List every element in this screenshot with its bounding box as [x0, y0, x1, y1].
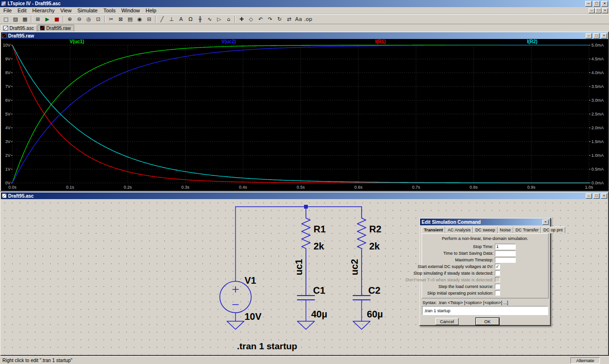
- waveform-close-button[interactable]: ×: [601, 33, 607, 38]
- label-r2-value[interactable]: 2k: [369, 241, 380, 251]
- menu-file[interactable]: File: [0, 8, 15, 13]
- schematic-minimize-button[interactable]: –: [586, 193, 592, 199]
- toolbar-zoom-full-extents-button[interactable]: ◎: [84, 15, 93, 23]
- toolbar-open-file-button[interactable]: ▨: [11, 15, 20, 23]
- dialog-tab-dc-op-pnt[interactable]: DC op pnt: [541, 227, 565, 233]
- trace-label-V(uc1)[interactable]: V(uc1): [69, 39, 84, 44]
- toolbar-control-panel-button[interactable]: ⊞: [33, 15, 42, 23]
- trace-label-I(R2)[interactable]: I(R2): [527, 39, 537, 44]
- dialog-tab-transient[interactable]: Transient: [422, 227, 445, 233]
- trace-label-I(R1)[interactable]: I(R1): [375, 39, 385, 44]
- label-v1-name[interactable]: V1: [245, 275, 256, 286]
- toolbar-run-simulation-button[interactable]: ▶: [43, 15, 52, 23]
- toolbar-drag-button[interactable]: ◇: [246, 15, 255, 23]
- net-label-uc2[interactable]: uc2: [349, 259, 360, 275]
- trace-label-V(uc2)[interactable]: V(uc2): [221, 39, 236, 44]
- close-button[interactable]: ×: [601, 1, 608, 7]
- toolbar-autorange-button[interactable]: ⊡: [94, 15, 103, 23]
- titlebar[interactable]: LTspice IV - Draft95.asc – □ ×: [0, 0, 609, 7]
- tab-label: Draft95.asc: [10, 26, 34, 31]
- toolbar-save-button[interactable]: ▦: [20, 15, 29, 23]
- menu-edit[interactable]: Edit: [15, 8, 29, 13]
- dialog-tab-ac-analysis[interactable]: AC Analysis: [445, 227, 473, 233]
- toolbar-inductor-button[interactable]: ∿: [205, 15, 214, 23]
- schematic-maximize-button[interactable]: □: [593, 193, 599, 199]
- toolbar-wire-button[interactable]: ╱: [157, 15, 167, 23]
- label-c1-name[interactable]: C1: [313, 285, 325, 296]
- label-c1-value[interactable]: 40µ: [311, 309, 327, 319]
- wire-top[interactable]: [236, 205, 362, 209]
- resistor-r2[interactable]: [357, 207, 366, 296]
- toolbar-find-button[interactable]: ◉: [135, 15, 144, 23]
- field-input-1[interactable]: [495, 250, 516, 256]
- toolbar-rotate-button[interactable]: ↻: [275, 15, 284, 23]
- toolbar-component-button[interactable]: ⌂: [224, 15, 233, 23]
- checkbox-1[interactable]: [495, 270, 500, 276]
- menu-view[interactable]: View: [58, 8, 75, 13]
- ok-button[interactable]: OK: [476, 318, 499, 325]
- toolbar-text-button[interactable]: Aa: [294, 15, 303, 23]
- dialog-tab-dc-transfer[interactable]: DC Transfer: [513, 227, 541, 233]
- toolbar-spice-directive-button[interactable]: .op: [304, 15, 313, 23]
- checkbox-3[interactable]: [495, 284, 500, 289]
- label-r2-name[interactable]: R2: [369, 224, 382, 234]
- toolbar-undo-button[interactable]: ↶: [256, 15, 265, 23]
- menu-window[interactable]: Window: [118, 8, 143, 13]
- dialog-tab-dc-sweep[interactable]: DC sweep: [473, 227, 498, 233]
- label-r1-name[interactable]: R1: [314, 224, 326, 234]
- menu-simulate[interactable]: Simulate: [74, 8, 100, 13]
- schematic-close-button[interactable]: ×: [601, 193, 607, 199]
- ground-symbol[interactable]: [227, 321, 244, 329]
- toolbar-halt-simulation-button[interactable]: ■: [52, 15, 61, 23]
- waveform-minimize-button[interactable]: –: [586, 33, 592, 38]
- mdi-minimize-button[interactable]: –: [589, 8, 595, 13]
- schematic-window-titlebar[interactable]: Draft95.asc – □ ×: [1, 192, 608, 199]
- toolbar-new-schematic-button[interactable]: □: [1, 15, 10, 23]
- toolbar-move-button[interactable]: ✚: [237, 15, 246, 23]
- field-input-2[interactable]: [495, 257, 516, 263]
- toolbar-label-net-button[interactable]: A: [177, 15, 186, 23]
- toolbar-copy-button[interactable]: ⊠: [116, 15, 125, 23]
- toolbar-zoom-in-button[interactable]: ⊕: [65, 15, 74, 23]
- toolbar-paste-button[interactable]: ▤: [126, 15, 135, 23]
- label-r1-value[interactable]: 2k: [314, 241, 324, 251]
- cancel-button[interactable]: Cancel: [435, 318, 459, 325]
- document-tab-draft95.raw[interactable]: Draft95.raw: [38, 25, 74, 31]
- label-c2-name[interactable]: C2: [368, 285, 381, 296]
- dialog-titlebar[interactable]: Edit Simulation Command ×: [420, 219, 550, 225]
- toolbar-ground-button[interactable]: ⊥: [167, 15, 176, 23]
- toolbar-diode-button[interactable]: ▷: [215, 15, 224, 23]
- toolbar-cut-button[interactable]: ✂: [107, 15, 116, 23]
- resistor-r1[interactable]: [302, 207, 310, 296]
- ground-symbol[interactable]: [353, 321, 370, 329]
- document-tab-draft95.asc[interactable]: Draft95.asc: [1, 25, 37, 31]
- label-v1-value[interactable]: 10V: [245, 311, 262, 322]
- minimize-button[interactable]: –: [585, 1, 592, 7]
- maximize-button[interactable]: □: [593, 1, 600, 7]
- checkbox-2[interactable]: [495, 277, 500, 282]
- toolbar-mirror-button[interactable]: ⇄: [285, 15, 294, 23]
- toolbar-zoom-out-button[interactable]: ⊖: [75, 15, 84, 23]
- field-input-0[interactable]: [495, 244, 516, 249]
- waveform-maximize-button[interactable]: □: [593, 33, 599, 38]
- waveform-window-titlebar[interactable]: Draft95.raw – □ ×: [1, 32, 608, 39]
- toolbar-resistor-button[interactable]: Ω: [186, 15, 195, 23]
- checkbox-4[interactable]: [495, 290, 500, 296]
- menu-help[interactable]: Help: [143, 8, 159, 13]
- label-c2-value[interactable]: 60µ: [367, 309, 383, 319]
- dialog-close-button[interactable]: ×: [542, 220, 549, 225]
- mdi-restore-button[interactable]: □: [595, 8, 601, 13]
- mdi-close-button[interactable]: ×: [602, 8, 608, 13]
- ground-symbol[interactable]: [297, 321, 314, 329]
- spice-directive-text[interactable]: .tran 1 startup: [237, 341, 297, 351]
- toolbar-print-button[interactable]: ⊟: [145, 15, 154, 23]
- waveform-plot[interactable]: 10V9V8V7V6V5V4V3V2V1V0V5.0mA4.5mA4.0mA3.…: [1, 39, 608, 191]
- menu-tools[interactable]: Tools: [100, 8, 118, 13]
- toolbar-capacitor-button[interactable]: ╫: [196, 15, 205, 23]
- menu-hierarchy[interactable]: Hierarchy: [29, 8, 58, 13]
- toolbar-redo-button[interactable]: ↷: [265, 15, 275, 23]
- net-label-uc1[interactable]: uc1: [294, 259, 304, 275]
- checkbox-0[interactable]: ✓: [495, 264, 500, 269]
- simulation-command-input[interactable]: [422, 306, 548, 315]
- dialog-tab-noise[interactable]: Noise: [498, 227, 513, 233]
